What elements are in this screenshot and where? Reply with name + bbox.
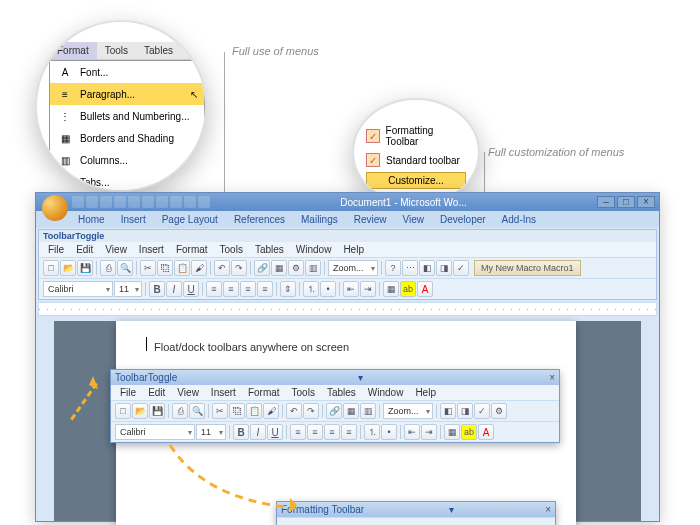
highlight-icon[interactable]: ab (400, 281, 416, 297)
qat-button[interactable] (114, 196, 126, 208)
menu-tab-format[interactable]: Format (49, 42, 97, 59)
close-button[interactable]: × (637, 196, 655, 208)
save-icon[interactable]: 💾 (149, 403, 165, 419)
format-painter-icon[interactable]: 🖌 (191, 260, 207, 276)
italic-icon[interactable]: I (250, 424, 266, 440)
menu-item-borders[interactable]: ▦Borders and Shading (50, 127, 204, 149)
ribbon-tab-developer[interactable]: Developer (438, 213, 488, 226)
toolbar-button[interactable]: ◧ (440, 403, 456, 419)
align-center-icon[interactable]: ≡ (307, 424, 323, 440)
ruler[interactable] (38, 302, 657, 316)
align-left-icon[interactable]: ≡ (290, 424, 306, 440)
menu-edit[interactable]: Edit (143, 386, 170, 399)
underline-icon[interactable]: U (183, 281, 199, 297)
table-icon[interactable]: ▦ (271, 260, 287, 276)
menu-view[interactable]: View (172, 386, 204, 399)
menu-file[interactable]: File (43, 243, 69, 256)
font-select[interactable]: Calibri (43, 281, 113, 297)
zoom-select[interactable]: Zoom... (328, 260, 378, 276)
floating-toolbar-title[interactable]: Formatting Toolbar▾× (277, 502, 555, 517)
maximize-button[interactable]: □ (617, 196, 635, 208)
paste-icon[interactable]: 📋 (246, 403, 262, 419)
open-icon[interactable]: 📂 (60, 260, 76, 276)
qat-button[interactable] (100, 196, 112, 208)
menu-item-bullets[interactable]: ⋮Bullets and Numbering... (50, 105, 204, 127)
dropdown-icon[interactable]: ▾ (449, 504, 454, 515)
menu-file[interactable]: File (115, 386, 141, 399)
macro-button[interactable]: My New Macro Macro1 (474, 260, 581, 276)
menu-tab-tools[interactable]: Tools (97, 42, 136, 59)
undo-icon[interactable]: ↶ (214, 260, 230, 276)
menu-help[interactable]: Help (338, 243, 369, 256)
close-icon[interactable]: × (545, 504, 551, 515)
toolbar-button[interactable]: ✓ (474, 403, 490, 419)
minimize-button[interactable]: – (597, 196, 615, 208)
ribbon-tab-review[interactable]: Review (352, 213, 389, 226)
toggle-formatting-toolbar[interactable]: ✓Formatting Toolbar (360, 122, 472, 150)
italic-icon[interactable]: I (166, 281, 182, 297)
align-right-icon[interactable]: ≡ (240, 281, 256, 297)
menu-insert[interactable]: Insert (134, 243, 169, 256)
indent-icon[interactable]: ⇥ (360, 281, 376, 297)
menu-format[interactable]: Format (171, 243, 213, 256)
bold-icon[interactable]: B (233, 424, 249, 440)
align-center-icon[interactable]: ≡ (223, 281, 239, 297)
menu-tools[interactable]: Tools (287, 386, 320, 399)
toolbar-button[interactable]: ✓ (453, 260, 469, 276)
copy-icon[interactable]: ⿻ (229, 403, 245, 419)
ribbon-tab-insert[interactable]: Insert (119, 213, 148, 226)
qat-button[interactable] (156, 196, 168, 208)
redo-icon[interactable]: ↷ (231, 260, 247, 276)
menu-view[interactable]: View (100, 243, 132, 256)
menu-item-font[interactable]: AFont... (50, 61, 204, 83)
undo-icon[interactable]: ↶ (286, 403, 302, 419)
toolbar-button[interactable]: ⚙ (491, 403, 507, 419)
new-icon[interactable]: □ (115, 403, 131, 419)
menu-tab-more[interactable]: V (181, 42, 204, 59)
tools-icon[interactable]: ⚙ (288, 260, 304, 276)
menu-tools[interactable]: Tools (215, 243, 248, 256)
highlight-icon[interactable]: ab (461, 424, 477, 440)
qat-button[interactable] (142, 196, 154, 208)
more-icon[interactable]: ⋯ (402, 260, 418, 276)
toolbar-button[interactable]: ◨ (457, 403, 473, 419)
menu-window[interactable]: Window (291, 243, 337, 256)
justify-icon[interactable]: ≡ (257, 281, 273, 297)
qat-button[interactable] (198, 196, 210, 208)
copy-icon[interactable]: ⿻ (157, 260, 173, 276)
linespacing-icon[interactable]: ⇕ (280, 281, 296, 297)
numbering-icon[interactable]: ⒈ (303, 281, 319, 297)
columns-icon[interactable]: ▥ (305, 260, 321, 276)
menu-format[interactable]: Format (243, 386, 285, 399)
toolbar-button[interactable]: ◨ (436, 260, 452, 276)
print-icon[interactable]: ⎙ (100, 260, 116, 276)
table-icon[interactable]: ▦ (343, 403, 359, 419)
font-select[interactable]: Calibri (115, 424, 195, 440)
redo-icon[interactable]: ↷ (303, 403, 319, 419)
format-painter-icon[interactable]: 🖌 (263, 403, 279, 419)
menu-edit[interactable]: Edit (71, 243, 98, 256)
menu-item-paragraph[interactable]: ≡Paragraph...↖ (50, 83, 204, 105)
help-icon[interactable]: ? (385, 260, 401, 276)
menu-insert[interactable]: Insert (206, 386, 241, 399)
customize-button[interactable]: Customize... (366, 172, 466, 189)
office-button[interactable] (42, 195, 68, 221)
link-icon[interactable]: 🔗 (254, 260, 270, 276)
ribbon-tab-addins[interactable]: Add-Ins (500, 213, 538, 226)
qat-button[interactable] (72, 196, 84, 208)
link-icon[interactable]: 🔗 (326, 403, 342, 419)
ribbon-tab-mailings[interactable]: Mailings (299, 213, 340, 226)
qat-button[interactable] (170, 196, 182, 208)
fontsize-select[interactable]: 11 (196, 424, 226, 440)
numbering-icon[interactable]: ⒈ (364, 424, 380, 440)
bullets-icon[interactable]: • (381, 424, 397, 440)
floating-formatting-toolbar[interactable]: Formatting Toolbar▾× (276, 501, 556, 525)
borders-icon[interactable]: ▦ (383, 281, 399, 297)
cut-icon[interactable]: ✂ (140, 260, 156, 276)
bullets-icon[interactable]: • (320, 281, 336, 297)
ribbon-tab-pagelayout[interactable]: Page Layout (160, 213, 220, 226)
new-icon[interactable]: □ (43, 260, 59, 276)
borders-icon[interactable]: ▦ (444, 424, 460, 440)
indent-icon[interactable]: ⇥ (421, 424, 437, 440)
menu-item-columns[interactable]: ▥Columns... (50, 149, 204, 171)
